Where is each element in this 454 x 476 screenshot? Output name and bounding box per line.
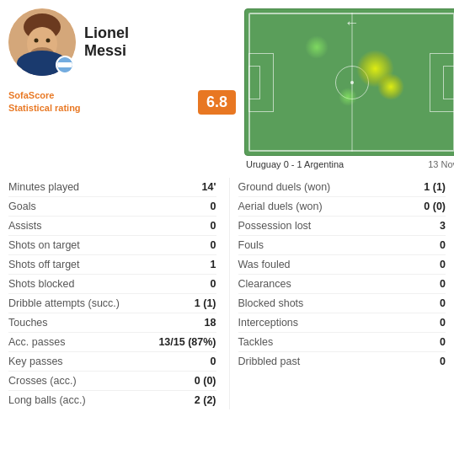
stat-value: 18: [205, 317, 216, 329]
player-header: Lionel Messi: [8, 8, 236, 76]
rating-section: SofaScore Statistical rating 6.8: [8, 86, 236, 119]
stat-value: 13/15 (87%): [158, 336, 216, 348]
heatspot-2: [377, 73, 404, 100]
stat-value: 0: [440, 336, 446, 348]
stat-label: Possession lost: [238, 220, 312, 232]
right-stat-row: Blocked shots 0: [238, 294, 446, 313]
svg-point-6: [30, 47, 54, 61]
arrow-icon: ←: [345, 14, 360, 31]
stat-label: Minutes played: [8, 181, 79, 193]
stat-label: Shots off target: [8, 259, 80, 270]
stat-label: Key passes: [8, 356, 63, 367]
svg-point-4: [35, 39, 39, 43]
left-goal-box: [248, 66, 260, 99]
left-stat-row: Key passes 0: [8, 352, 216, 372]
top-section: Lionel Messi SofaScore Statistical ratin…: [0, 0, 454, 178]
stat-label: Long balls (acc.): [8, 394, 86, 406]
right-goal-box: [443, 66, 454, 99]
heatmap: ←: [244, 8, 454, 156]
left-stat-row: Dribble attempts (succ.) 1 (1): [8, 294, 216, 313]
stat-value: 0: [440, 297, 446, 309]
rating-badge: 6.8: [198, 90, 236, 115]
left-stat-row: Shots off target 1: [8, 255, 216, 275]
field-center-dot: [350, 81, 354, 84]
stat-value: 0: [440, 239, 446, 251]
left-stat-row: Acc. passes 13/15 (87%): [8, 333, 216, 352]
stat-value: 0: [440, 317, 446, 329]
stat-value: 0: [440, 356, 446, 367]
stat-value: 1 (1): [195, 297, 216, 309]
stat-label: Dribble attempts (succ.): [8, 297, 120, 309]
left-stat-row: Shots blocked 0: [8, 275, 216, 294]
heatmap-footer: Uruguay 0 - 1 Argentina 13 Nov: [244, 159, 454, 169]
stat-label: Aerial duels (won): [238, 201, 323, 212]
stat-label: Crosses (acc.): [8, 375, 77, 387]
stat-label: Goals: [8, 201, 36, 212]
stat-label: Tackles: [238, 336, 274, 348]
stat-label: Shots blocked: [8, 278, 75, 290]
left-stat-row: Long balls (acc.) 2 (2): [8, 391, 216, 409]
stat-value: 0 (0): [424, 201, 446, 212]
stat-label: Touches: [8, 317, 48, 329]
right-stat-row: Interceptions 0: [238, 313, 446, 333]
stat-value: 1: [211, 259, 216, 270]
left-stat-row: Minutes played 14': [8, 178, 216, 197]
avatar: [8, 8, 76, 76]
right-stat-row: Clearances 0: [238, 275, 446, 294]
right-stat-row: Ground duels (won) 1 (1): [238, 178, 446, 197]
stat-label: Shots on target: [8, 239, 80, 251]
heatmap-section: ← Uruguay 0 - 1 Argentina 13 Nov: [244, 8, 454, 169]
player-name: Lionel Messi: [84, 24, 129, 60]
stat-label: Was fouled: [238, 259, 291, 270]
stat-value: 0: [211, 356, 216, 367]
stat-value: 3: [440, 220, 446, 232]
left-stat-row: Shots on target 0: [8, 236, 216, 255]
stat-label: Ground duels (won): [238, 181, 331, 193]
left-stat-row: Assists 0: [8, 217, 216, 236]
left-stats-column: Minutes played 14' Goals 0 Assists 0 Sho…: [8, 178, 229, 409]
direction-arrow: ←: [288, 14, 416, 32]
rating-label: SofaScore Statistical rating: [8, 89, 81, 115]
match-date: 13 Nov: [428, 159, 454, 169]
stat-value: 0: [211, 239, 216, 251]
stat-label: Interceptions: [238, 317, 299, 329]
stat-label: Acc. passes: [8, 336, 65, 348]
left-stat-row: Touches 18: [8, 313, 216, 333]
match-result: Uruguay 0 - 1 Argentina: [246, 159, 344, 169]
right-stat-row: Dribbled past 0: [238, 352, 446, 371]
stat-label: Assists: [8, 220, 42, 232]
right-stat-row: Aerial duels (won) 0 (0): [238, 197, 446, 217]
right-stats-column: Ground duels (won) 1 (1) Aerial duels (w…: [229, 178, 446, 409]
right-stat-row: Fouls 0: [238, 236, 446, 255]
right-stat-row: Possession lost 3: [238, 217, 446, 236]
stat-value: 1 (1): [424, 181, 446, 193]
left-stat-row: Goals 0: [8, 197, 216, 217]
stat-value: 0: [440, 259, 446, 270]
stat-value: 0: [211, 220, 216, 232]
stat-label: Dribbled past: [238, 356, 301, 367]
stat-value: 0 (0): [195, 375, 216, 387]
stat-value: 14': [202, 181, 216, 193]
stat-value: 2 (2): [195, 394, 216, 406]
left-stat-row: Crosses (acc.) 0 (0): [8, 372, 216, 391]
stat-label: Fouls: [238, 239, 264, 251]
svg-point-5: [46, 39, 51, 43]
stat-value: 0: [211, 201, 216, 212]
stats-columns: Minutes played 14' Goals 0 Assists 0 Sho…: [0, 178, 454, 418]
stat-label: Blocked shots: [238, 297, 304, 309]
flag-badge: [56, 56, 74, 74]
player-name-wrap: Lionel Messi: [84, 24, 129, 60]
stat-label: Clearances: [238, 278, 291, 290]
right-stat-row: Was fouled 0: [238, 255, 446, 275]
svg-point-2: [27, 27, 57, 61]
player-info: Lionel Messi SofaScore Statistical ratin…: [8, 8, 236, 169]
stat-value: 0: [211, 278, 216, 290]
stat-value: 0: [440, 278, 446, 290]
heatspot-3: [305, 35, 328, 59]
right-stat-row: Tackles 0: [238, 333, 446, 352]
